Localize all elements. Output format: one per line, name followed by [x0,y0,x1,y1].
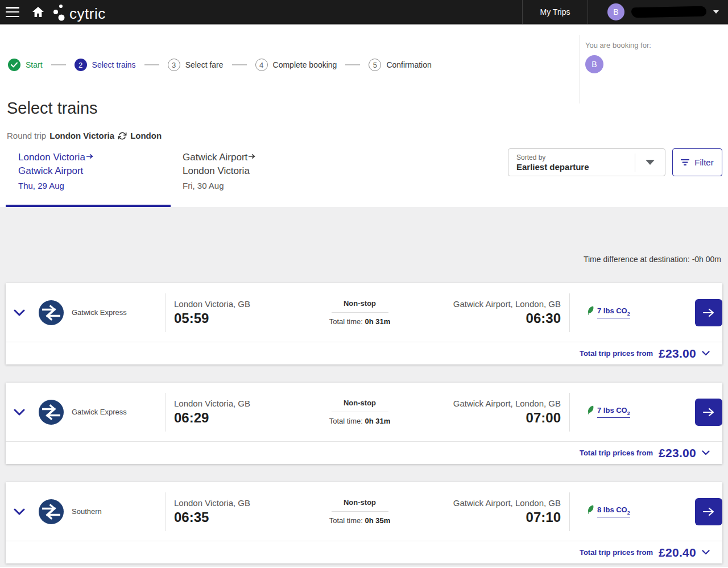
booking-for-panel: You are booking for: B [579,35,651,103]
arrow-right-icon [702,507,715,516]
tab-route-to: Gatwick Airport [18,164,93,178]
price-label: Total trip prices from [580,349,653,358]
co2-value: 7 lbs CO2 [597,306,630,318]
caret-down-icon [646,160,655,165]
carrier-name: Gatwick Express [72,408,127,416]
step-label: Start [26,60,43,69]
tab-date: Thu, 29 Aug [18,179,93,193]
step-select-fare[interactable]: 3 Select fare [168,59,224,71]
cytric-logo-dots [52,2,67,22]
trip-summary: Round trip London Victoria London [7,131,162,140]
chevron-down-icon [702,550,710,555]
user-avatar: B [607,3,624,20]
booking-for-label: You are booking for: [585,41,651,49]
national-rail-logo-icon [39,400,64,425]
cytric-logo[interactable]: cytric [52,2,106,22]
co2-link[interactable]: 7 lbs CO2 [587,406,630,418]
select-train-button[interactable] [695,498,722,525]
step-connector [345,64,360,65]
national-rail-logo-icon [39,300,64,325]
progress-stepper: Start 2 Select trains 3 Select fare 4 Co… [8,59,432,71]
user-menu[interactable]: B [588,0,728,24]
step-label: Select trains [92,60,136,69]
step-connector [51,64,66,65]
price-row[interactable]: Total trip prices from £20.40 [6,541,722,563]
step-label: Confirmation [386,60,431,69]
total-time-value: 0h 35m [365,516,391,525]
tab-outbound[interactable]: London Victoria Gatwick Airport Thu, 29 … [18,150,93,193]
menu-icon[interactable] [6,7,19,17]
leaf-icon [586,505,595,514]
arrow-right-icon [249,150,255,163]
price-row[interactable]: Total trip prices from £23.00 [6,441,722,464]
co2-value: 7 lbs CO2 [597,406,630,418]
filter-icon [681,159,689,166]
co2-link[interactable]: 7 lbs CO2 [587,306,630,318]
arrow-right-icon [86,150,93,163]
expand-chevron-icon[interactable] [6,409,33,416]
step-start[interactable]: Start [8,59,43,71]
select-train-button[interactable] [695,399,722,426]
sort-dropdown[interactable]: Sorted by Earliest departure [508,148,665,176]
arrival-time: 07:00 [401,410,561,426]
divider [332,511,388,512]
step-number: 4 [255,59,268,71]
price-label: Total trip prices from [580,449,653,457]
trip-type-label: Round trip [7,131,46,140]
chevron-down-icon [702,351,710,356]
price-value: £23.00 [659,446,696,460]
step-label: Complete booking [273,60,337,69]
arrow-right-icon [702,408,715,417]
trip-origin: London Victoria [49,131,114,140]
expand-chevron-icon[interactable] [6,508,33,515]
departure-station: London Victoria, GB [174,399,318,408]
active-tab-indicator [6,205,171,207]
total-time-value: 0h 31m [365,417,391,425]
leaf-icon [586,306,595,315]
top-nav-bar: cytric My Trips B [0,0,728,25]
price-row[interactable]: Total trip prices from £23.00 [6,342,722,364]
divider [332,412,388,412]
train-result-card: Gatwick Express London Victoria, GB 06:2… [6,383,722,464]
train-result-card: Gatwick Express London Victoria, GB 05:5… [6,283,722,364]
step-confirmation[interactable]: 5 Confirmation [369,59,431,71]
expand-chevron-icon[interactable] [6,309,33,316]
arrival-time: 06:30 [401,310,561,326]
price-label: Total trip prices from [580,548,653,557]
select-train-button[interactable] [695,299,722,326]
time-difference-note: Time difference at destination: -0h 00m [0,207,728,264]
sort-label: Sorted by [516,154,635,161]
departure-time: 06:29 [174,410,318,426]
train-result-card: Southern London Victoria, GB 06:35 Non-s… [6,482,722,563]
departure-time: 06:35 [174,509,318,525]
divider [332,312,388,313]
step-connector [144,64,159,65]
total-time-label: Total time: [329,516,363,525]
step-number: 3 [168,59,180,71]
tab-date: Fri, 30 Aug [183,179,255,193]
total-time-label: Total time: [329,317,363,326]
tab-return[interactable]: Gatwick Airport London Victoria Fri, 30 … [183,150,255,193]
filter-button[interactable]: Filter [672,148,722,176]
national-rail-logo-icon [39,499,64,524]
home-icon[interactable] [32,6,44,18]
arrival-station: Gatwick Airport, London, GB [401,399,561,408]
sort-value: Earliest departure [516,162,635,172]
co2-value: 8 lbs CO2 [597,505,630,517]
tab-route-from: Gatwick Airport [183,150,255,164]
chevron-down-icon [713,10,719,14]
step-complete-booking[interactable]: 4 Complete booking [255,59,337,71]
check-icon [8,59,20,71]
co2-link[interactable]: 8 lbs CO2 [587,505,630,517]
step-label: Select fare [185,60,224,69]
total-time-label: Total time: [329,417,363,425]
arrival-station: Gatwick Airport, London, GB [401,498,561,508]
my-trips-button[interactable]: My Trips [522,0,588,24]
step-select-trains[interactable]: 2 Select trains [75,59,136,71]
departure-station: London Victoria, GB [174,299,318,309]
leaf-icon [586,405,595,414]
carrier-name: Gatwick Express [72,308,127,317]
arrival-station: Gatwick Airport, London, GB [401,299,561,309]
carrier-name: Southern [72,507,102,516]
arrow-right-icon [702,308,715,317]
